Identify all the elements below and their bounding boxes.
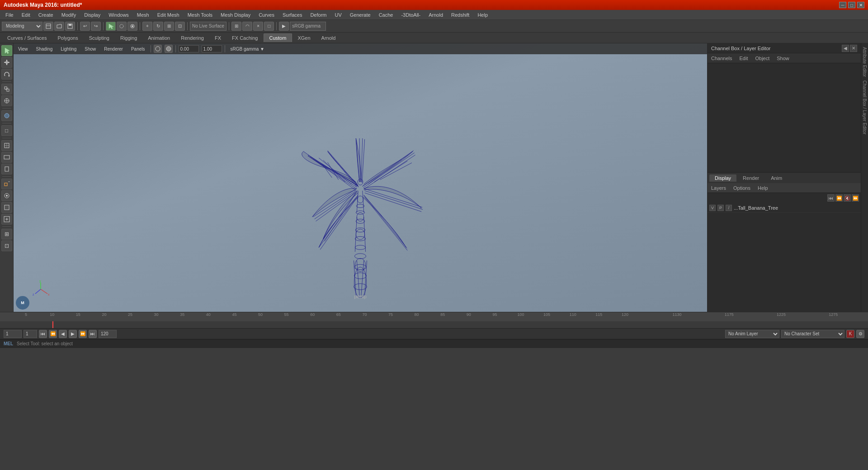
panel-close-button[interactable]: ✕ xyxy=(850,45,857,52)
tab-animation[interactable]: Animation xyxy=(142,34,175,42)
current-frame-input[interactable] xyxy=(24,330,37,338)
layer-vis-p[interactable]: P xyxy=(717,205,724,211)
resolution-gate-button[interactable] xyxy=(1,152,12,163)
vp-renderer-menu[interactable]: Renderer xyxy=(101,46,126,52)
layer-prev-button[interactable]: ⏪ xyxy=(835,194,843,202)
menu-generate[interactable]: Generate xyxy=(346,11,374,19)
vp-panels-menu[interactable]: Panels xyxy=(128,46,148,52)
tab-custom[interactable]: Custom xyxy=(264,33,292,42)
cb-tab-show[interactable]: Show xyxy=(775,55,791,62)
menu-help[interactable]: Help xyxy=(474,11,491,19)
prev-frame-button[interactable]: ⏪ xyxy=(49,330,57,338)
save-scene-button[interactable] xyxy=(65,22,75,31)
snap-view-button[interactable]: □ xyxy=(264,22,274,31)
open-scene-button[interactable] xyxy=(54,22,64,31)
display-tab-anim[interactable]: Anim xyxy=(765,174,788,182)
timeline-bar[interactable] xyxy=(0,321,868,328)
menu-edit[interactable]: Edit xyxy=(18,11,34,19)
anim-layer-select[interactable]: No Anim Layer xyxy=(725,330,779,338)
vp-lighting-menu[interactable]: Lighting xyxy=(58,46,79,52)
menu-deform[interactable]: Deform xyxy=(307,11,330,19)
maximize-button[interactable]: □ xyxy=(848,2,855,8)
soft-select-button[interactable] xyxy=(1,110,12,121)
range-end-input[interactable] xyxy=(99,330,117,338)
menu-redshift[interactable]: Redshift xyxy=(448,11,473,19)
auto-key-button[interactable]: K xyxy=(846,330,854,338)
universal-tool-button[interactable] xyxy=(1,95,12,106)
menu-create[interactable]: Create xyxy=(35,11,57,19)
cb-tab-channels[interactable]: Channels xyxy=(709,55,734,62)
tab-curves-surfaces[interactable]: Curves / Surfaces xyxy=(2,34,52,42)
film-gate-button[interactable] xyxy=(1,164,12,174)
go-start-button[interactable]: ⏮ xyxy=(39,330,47,338)
options-menu[interactable]: Options xyxy=(731,184,752,192)
tab-fx[interactable]: FX xyxy=(209,34,226,42)
tab-arnold[interactable]: Arnold xyxy=(316,34,341,42)
panel-dock-button[interactable]: ◀ xyxy=(842,45,849,52)
menu-display[interactable]: Display xyxy=(80,11,104,19)
menu-uv[interactable]: UV xyxy=(331,11,345,19)
camera-settings-button[interactable]: ⊡ xyxy=(1,240,12,251)
select-tool-button[interactable] xyxy=(106,22,116,31)
layer-vis-icon[interactable]: / xyxy=(726,205,732,211)
next-frame-button[interactable]: ⏩ xyxy=(79,330,87,338)
layer-vis-v[interactable]: V xyxy=(709,205,716,211)
undo-button[interactable]: ↩ xyxy=(80,22,90,31)
vp-wireframe-btn[interactable] xyxy=(154,45,162,53)
tab-fx-caching[interactable]: FX Caching xyxy=(226,34,263,42)
move-tool-button[interactable]: + xyxy=(142,22,152,31)
render-button[interactable]: ▶ xyxy=(279,22,289,31)
tab-xgen[interactable]: XGen xyxy=(292,34,316,42)
cb-tab-edit[interactable]: Edit xyxy=(737,55,750,62)
menu-file[interactable]: File xyxy=(2,11,17,19)
attribute-editor-tab[interactable]: Attribute Editor xyxy=(862,45,867,79)
scale-tool-left-button[interactable] xyxy=(1,84,12,94)
grid-display-button[interactable] xyxy=(1,140,12,151)
vp-gamma-display[interactable]: sRGB gamma ▼ xyxy=(228,46,267,52)
layer-next-button[interactable]: ⏩ xyxy=(852,194,859,202)
tab-sculpting[interactable]: Sculpting xyxy=(84,34,115,42)
range-start-input[interactable] xyxy=(4,330,22,338)
minimize-button[interactable]: ─ xyxy=(839,2,846,8)
snap-curve-button[interactable]: ◠ xyxy=(242,22,252,31)
frame-all-button[interactable] xyxy=(1,202,12,213)
show-manipulator-button[interactable]: □ xyxy=(1,125,12,136)
snap-grid-button[interactable]: ⊞ xyxy=(231,22,241,31)
display-tab-render[interactable]: Render xyxy=(737,174,764,182)
bookmark-button[interactable]: ⊞ xyxy=(1,229,12,240)
snap-point-button[interactable]: × xyxy=(253,22,263,31)
settings-button[interactable]: ⚙ xyxy=(856,330,864,338)
paint-select-button[interactable] xyxy=(127,22,137,31)
vp-smooth-btn[interactable] xyxy=(165,45,173,53)
scale-tool-button[interactable]: ⊞ xyxy=(164,22,174,31)
menu-3dtool[interactable]: -3DtoAll- xyxy=(397,11,424,19)
tab-polygons[interactable]: Polygons xyxy=(52,34,83,42)
menu-mesh[interactable]: Mesh xyxy=(133,11,153,19)
vp-view-menu[interactable]: View xyxy=(15,46,31,52)
cb-tab-object[interactable]: Object xyxy=(753,55,771,62)
rotate-tool-left-button[interactable] xyxy=(1,69,12,80)
new-scene-button[interactable] xyxy=(43,22,53,31)
vp-coord-y[interactable] xyxy=(202,45,222,52)
transform-tool-button[interactable]: ⊡ xyxy=(175,22,185,31)
vp-coord-x[interactable] xyxy=(179,45,199,52)
timeline-ruler[interactable]: 5 10 15 20 25 30 35 40 45 50 55 60 65 70… xyxy=(0,312,868,321)
menu-mesh-display[interactable]: Mesh Display xyxy=(217,11,254,19)
rotate-tool-button[interactable]: ↻ xyxy=(153,22,163,31)
layers-menu[interactable]: Layers xyxy=(709,184,728,192)
lasso-select-button[interactable] xyxy=(117,22,127,31)
play-forward-button[interactable]: ▶ xyxy=(69,330,77,338)
mel-label[interactable]: MEL xyxy=(4,341,13,346)
menu-windows[interactable]: Windows xyxy=(105,11,132,19)
render-region-button[interactable] xyxy=(1,179,12,189)
move-tool-left-button[interactable] xyxy=(1,57,12,68)
layer-prev-prev-button[interactable]: ⏮ xyxy=(827,194,835,202)
menu-mesh-tools[interactable]: Mesh Tools xyxy=(184,11,216,19)
menu-surfaces[interactable]: Surfaces xyxy=(279,11,306,19)
mode-select[interactable]: Modeling xyxy=(2,22,42,31)
menu-modify[interactable]: Modify xyxy=(58,11,80,19)
frame-selected-button[interactable] xyxy=(1,214,12,225)
redo-button[interactable]: ↪ xyxy=(91,22,101,31)
vp-shading-menu[interactable]: Shading xyxy=(33,46,56,52)
go-end-button[interactable]: ⏭ xyxy=(89,330,97,338)
